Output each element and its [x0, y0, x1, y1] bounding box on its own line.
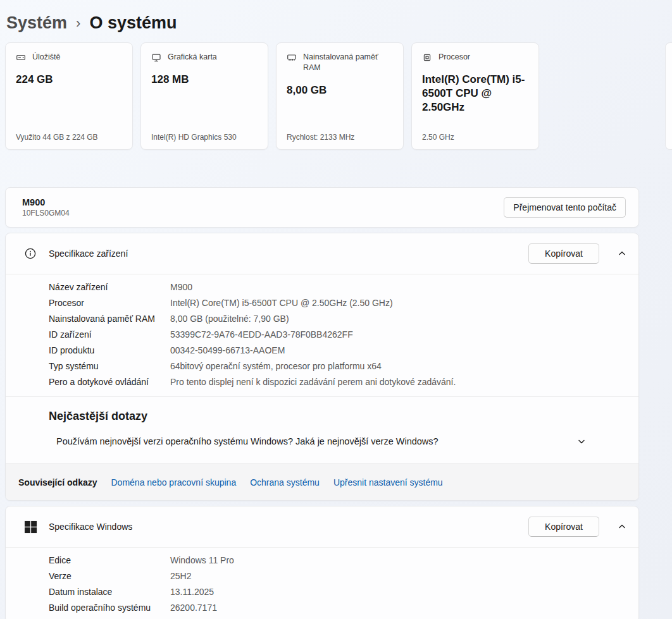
spec-row-edition: Edice Windows 11 Pro	[49, 553, 608, 568]
info-icon	[23, 247, 37, 260]
chevron-up-icon[interactable]	[614, 519, 630, 534]
device-names: M900 10FLS0GM04	[22, 197, 70, 218]
spec-value: Windows 11 Pro	[170, 553, 608, 568]
windows-spec-title: Specifikace Windows	[49, 522, 132, 532]
breadcrumb-separator-icon: ›	[76, 15, 80, 32]
card-footer: 2.50 GHz	[422, 133, 531, 142]
spec-label: Edice	[49, 553, 170, 568]
card-header: Grafická karta	[151, 52, 258, 63]
spec-value: 13.11.2025	[170, 584, 608, 600]
breadcrumb-current: O systému	[89, 13, 177, 33]
faq-question-row[interactable]: Používám nejnovější verzi operačního sys…	[49, 433, 608, 450]
card-footer: Rychlost: 2133 MHz	[287, 133, 395, 142]
faq-title: Nejčastější dotazy	[49, 410, 608, 423]
copy-device-spec-button[interactable]: Kopírovat	[528, 243, 599, 264]
spec-label: Název zařízení	[49, 279, 170, 295]
card-storage: Úložiště 224 GB Využito 44 GB z 224 GB	[5, 42, 133, 150]
spec-label: Pero a dotykové ovládání	[49, 374, 170, 390]
device-spec-title: Specifikace zařízení	[49, 248, 128, 259]
spec-row-processor: Procesor Intel(R) Core(TM) i5-6500T CPU …	[49, 295, 608, 311]
rename-pc-button[interactable]: Přejmenovat tento počítač	[504, 197, 626, 218]
link-domain-workgroup[interactable]: Doména nebo pracovní skupina	[111, 477, 237, 487]
spec-label: ID produktu	[49, 343, 170, 359]
ram-icon	[287, 52, 297, 63]
card-header: Úložiště	[16, 52, 122, 63]
spec-label: Build operačního systému	[49, 600, 170, 616]
chevron-down-icon[interactable]	[574, 434, 589, 449]
breadcrumb-parent[interactable]: Systém	[6, 13, 67, 33]
related-links-label: Související odkazy	[18, 477, 97, 487]
related-links-bar: Související odkazy Doména nebo pracovní …	[6, 463, 638, 500]
card-footer: Intel(R) HD Graphics 530	[151, 133, 260, 142]
spec-value: 64bitový operační systém, procesor pro p…	[170, 359, 608, 374]
copy-windows-spec-button[interactable]: Kopírovat	[528, 517, 599, 537]
spec-value: Intel(R) Core(TM) i5-6500T CPU @ 2.50GHz…	[170, 295, 608, 311]
spec-value: Pro tento displej není k dispozici zadáv…	[170, 374, 608, 390]
device-spec-actions: Kopírovat	[528, 243, 630, 264]
spec-value: 00342-50499-66713-AAOEM	[170, 343, 608, 359]
settings-about-page: Systém › O systému Úložiště 224 GB Využi…	[0, 0, 672, 619]
spec-row-ram: Nainstalovaná paměť RAM 8,00 GB (použite…	[49, 311, 608, 327]
card-graphics: Grafická karta 128 MB Intel(R) HD Graphi…	[140, 42, 268, 150]
card-title: Grafická karta	[168, 52, 217, 63]
windows-spec-expander: Specifikace Windows Kopírovat Edice Wind…	[5, 506, 639, 619]
cpu-icon	[422, 52, 432, 63]
card-header: Procesor	[422, 52, 528, 63]
card-title: Procesor	[439, 52, 470, 63]
card-title: Úložiště	[32, 52, 60, 63]
spec-row-os-build: Build operačního systému 26200.7171	[49, 600, 608, 616]
device-spec-header[interactable]: Specifikace zařízení Kopírovat	[6, 233, 638, 274]
spec-row-pen-touch: Pero a dotykové ovládání Pro tento displ…	[49, 374, 608, 390]
spec-row-install-date: Datum instalace 13.11.2025	[49, 584, 608, 600]
spec-value: 8,00 GB (použitelné: 7,90 GB)	[170, 311, 608, 327]
device-name-card: M900 10FLS0GM04 Přejmenovat tento počíta…	[5, 187, 639, 228]
windows-spec-header[interactable]: Specifikace Windows Kopírovat	[6, 506, 638, 547]
card-processor: Procesor Intel(R) Core(TM) i5-6500T CPU …	[411, 42, 539, 150]
device-spec-rows: Název zařízení M900 Procesor Intel(R) Co…	[6, 274, 638, 396]
device-name: M900	[22, 197, 70, 207]
link-advanced-system-settings[interactable]: Upřesnit nastavení systému	[333, 477, 443, 487]
partial-card	[665, 42, 672, 150]
card-ram: Nainstalovaná paměť RAM 8,00 GB Rychlost…	[276, 42, 404, 150]
spec-value: 53399C72-9A76-4EDD-AAD3-78F0BB4262FF	[170, 327, 608, 343]
spec-value: M900	[170, 279, 608, 295]
faq-question[interactable]: Používám nejnovější verzi operačního sys…	[56, 433, 439, 450]
spec-value: 25H2	[170, 568, 608, 584]
device-spec-expander: Specifikace zařízení Kopírovat Název zař…	[5, 233, 639, 501]
card-value: Intel(R) Core(TM) i5-6500T CPU @ 2.50GHz	[422, 73, 528, 114]
device-serial: 10FLS0GM04	[22, 209, 70, 218]
spec-label: Verze	[49, 568, 170, 584]
storage-icon	[16, 52, 26, 63]
link-system-protection[interactable]: Ochrana systému	[250, 477, 320, 487]
spec-label: Datum instalace	[49, 584, 170, 600]
card-value: 8,00 GB	[287, 83, 393, 97]
chevron-up-icon[interactable]	[614, 246, 630, 261]
card-header: Nainstalovaná paměť RAM	[287, 52, 393, 73]
card-value: 224 GB	[16, 73, 122, 87]
spec-value: 26200.7171	[170, 600, 608, 616]
overview-cards: Úložiště 224 GB Využito 44 GB z 224 GB G…	[5, 42, 639, 150]
card-footer: Využito 44 GB z 224 GB	[16, 133, 125, 142]
spec-label: ID zařízení	[49, 327, 170, 343]
spec-row-device-name: Název zařízení M900	[49, 279, 608, 295]
spec-row-version: Verze 25H2	[49, 568, 608, 584]
windows-spec-actions: Kopírovat	[528, 517, 630, 537]
gpu-icon	[151, 52, 161, 63]
spec-row-device-id: ID zařízení 53399C72-9A76-4EDD-AAD3-78F0…	[49, 327, 608, 343]
spec-label: Typ systému	[49, 359, 170, 374]
windows-logo-icon	[23, 520, 37, 534]
spec-label: Nainstalovaná paměť RAM	[49, 311, 170, 327]
faq-section: Nejčastější dotazy Používám nejnovější v…	[6, 397, 638, 463]
spec-label: Procesor	[49, 295, 170, 311]
windows-spec-rows: Edice Windows 11 Pro Verze 25H2 Datum in…	[6, 548, 638, 619]
card-title: Nainstalovaná paměť RAM	[303, 52, 393, 73]
spec-row-product-id: ID produktu 00342-50499-66713-AAOEM	[49, 343, 608, 359]
breadcrumb: Systém › O systému	[5, 9, 639, 37]
spec-row-system-type: Typ systému 64bitový operační systém, pr…	[49, 359, 608, 374]
card-value: 128 MB	[151, 73, 258, 87]
